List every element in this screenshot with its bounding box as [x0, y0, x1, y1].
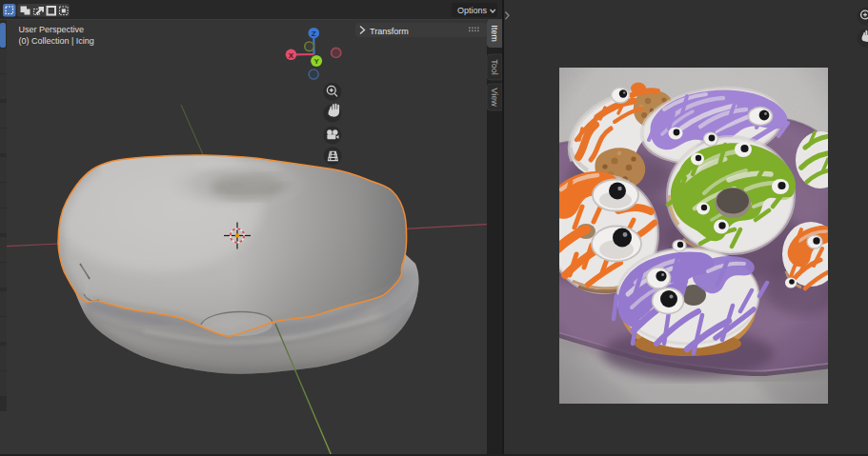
svg-text:Item: Item — [490, 25, 499, 42]
svg-text:Y: Y — [313, 57, 319, 66]
svg-text:X: X — [289, 51, 294, 60]
svg-text:(0) Collection | Icing: (0) Collection | Icing — [19, 36, 94, 46]
svg-text:Tool: Tool — [490, 59, 499, 75]
svg-text:Transform: Transform — [370, 27, 409, 36]
svg-text:Z: Z — [312, 30, 316, 38]
svg-text:View: View — [490, 88, 499, 107]
svg-text:Options: Options — [457, 6, 488, 15]
svg-text:User Perspective: User Perspective — [19, 25, 85, 34]
